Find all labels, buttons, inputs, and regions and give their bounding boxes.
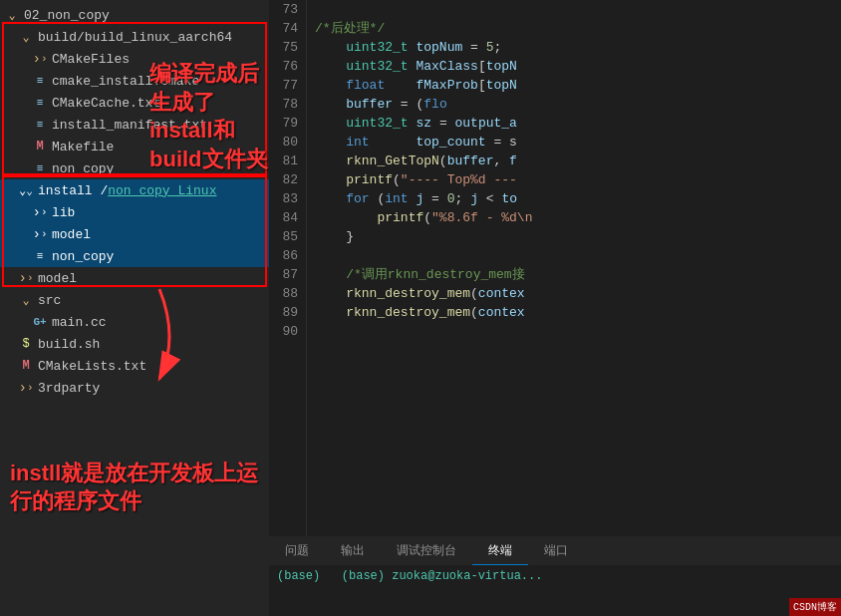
code-line-81: rknn_GetTopN(buffer, f bbox=[315, 152, 841, 170]
code-editor: 73 74 75 76 77 78 79 80 81 82 83 84 85 8… bbox=[269, 0, 841, 616]
code-line-76: uint32_t MaxClass[topN bbox=[315, 57, 841, 76]
code-line-82: printf("---- Top%d --- bbox=[315, 170, 841, 189]
code-line-83: for (int j = 0; j < to bbox=[315, 189, 841, 208]
tree-item-cmakefiles[interactable]: › CMakeFiles bbox=[0, 48, 269, 70]
line-numbers: 73 74 75 76 77 78 79 80 81 82 83 84 85 8… bbox=[269, 0, 307, 536]
tree-item-model-outer[interactable]: › model bbox=[0, 267, 269, 289]
line-num: 86 bbox=[269, 246, 298, 265]
code-line-86 bbox=[315, 246, 841, 265]
tree-item-build-sh[interactable]: $ build.sh bbox=[0, 333, 269, 355]
tree-item-cmakecache[interactable]: ≡ CMakeCache.txt bbox=[0, 92, 269, 114]
terminal-prompt: (base) bbox=[277, 569, 335, 583]
chevron-down-icon bbox=[18, 292, 34, 308]
file-icon: G+ bbox=[32, 314, 48, 330]
chevron-right-icon: › bbox=[32, 204, 48, 220]
tree-label: lib bbox=[52, 205, 75, 220]
tree-item-makefile[interactable]: M Makefile bbox=[0, 136, 269, 157]
tree-item-cmake-install[interactable]: ≡ cmake_install.cmake bbox=[0, 70, 269, 92]
tree-label: install_manifest.txt bbox=[52, 118, 207, 133]
line-num: 81 bbox=[269, 152, 298, 170]
line-num: 77 bbox=[269, 76, 298, 95]
line-num: 88 bbox=[269, 284, 298, 303]
code-line-74: /*后处理*/ bbox=[315, 19, 841, 38]
tree-label: cmake_install.cmake bbox=[52, 74, 199, 89]
tree-label: CMakeFiles bbox=[52, 52, 130, 67]
file-icon: M bbox=[32, 139, 48, 154]
tree-item-main-cc[interactable]: G+ main.cc bbox=[0, 311, 269, 333]
file-icon: ≡ bbox=[32, 160, 48, 176]
line-num: 85 bbox=[269, 227, 298, 246]
line-num: 87 bbox=[269, 265, 298, 284]
code-content[interactable]: /*后处理*/ uint32_t topNum = 5; uint32_t Ma… bbox=[307, 0, 841, 536]
file-icon: ≡ bbox=[32, 248, 48, 264]
bottom-panel: 问题 输出 调试控制台 终端 端口 (base) (base) zuoka@zu… bbox=[269, 536, 841, 616]
code-line-78: buffer = (flo bbox=[315, 95, 841, 114]
chevron-right-icon: › bbox=[32, 226, 48, 242]
code-line-75: uint32_t topNum = 5; bbox=[315, 38, 841, 57]
tree-item-install-manifest[interactable]: ≡ install_manifest.txt bbox=[0, 114, 269, 136]
line-num: 83 bbox=[269, 189, 298, 208]
tree-item-build[interactable]: build/build_linux_aarch64 bbox=[0, 26, 269, 48]
code-area: 73 74 75 76 77 78 79 80 81 82 83 84 85 8… bbox=[269, 0, 841, 536]
tree-label: build.sh bbox=[38, 337, 100, 352]
line-num: 90 bbox=[269, 322, 298, 341]
code-line-88: rknn_destroy_mem(contex bbox=[315, 284, 841, 303]
tree-item-src[interactable]: src bbox=[0, 289, 269, 311]
line-num: 89 bbox=[269, 303, 298, 322]
chevron-down-icon bbox=[18, 29, 34, 45]
tree-item-cmakelists[interactable]: M CMakeLists.txt bbox=[0, 355, 269, 377]
code-line-90 bbox=[315, 322, 841, 341]
file-icon: M bbox=[18, 358, 34, 374]
code-line-85: } bbox=[315, 227, 841, 246]
line-num: 75 bbox=[269, 38, 298, 57]
code-line-87: /*调用rknn_destroy_mem接 bbox=[315, 265, 841, 284]
line-num: 73 bbox=[269, 0, 298, 19]
terminal-content: (base) (base) zuoka@zuoka-virtua... bbox=[269, 565, 841, 616]
tree-label: non_copy bbox=[52, 249, 114, 264]
tree-item-02-non-copy[interactable]: 02_non_copy bbox=[0, 4, 269, 26]
csdn-watermark: CSDN博客 bbox=[789, 598, 841, 616]
tree-label: 3rdparty bbox=[38, 381, 100, 396]
tree-label: model bbox=[38, 271, 77, 286]
file-icon: ≡ bbox=[32, 73, 48, 89]
chevron-right-icon: › bbox=[18, 270, 34, 286]
tab-debug[interactable]: 调试控制台 bbox=[381, 537, 472, 565]
code-line-80: int top_count = s bbox=[315, 133, 841, 152]
tab-ports[interactable]: 端口 bbox=[528, 537, 584, 565]
panel-tabs: 问题 输出 调试控制台 终端 端口 bbox=[269, 537, 841, 565]
tree-item-lib[interactable]: › lib bbox=[0, 201, 269, 223]
file-explorer: 02_non_copy build/build_linux_aarch64 › … bbox=[0, 0, 269, 616]
tree-label: CMakeLists.txt bbox=[38, 359, 146, 374]
tree-label: install / bbox=[38, 183, 108, 198]
tab-output[interactable]: 输出 bbox=[325, 537, 381, 565]
tree-item-install[interactable]: ⌄ install /non_copy_Linux bbox=[0, 179, 269, 201]
code-line-89: rknn_destroy_mem(contex bbox=[315, 303, 841, 322]
code-line-79: uint32_t sz = output_a bbox=[315, 114, 841, 133]
line-num: 78 bbox=[269, 95, 298, 114]
file-icon: ≡ bbox=[32, 117, 48, 133]
line-num: 74 bbox=[269, 19, 298, 38]
tree-item-non-copy-2[interactable]: ≡ non_copy bbox=[0, 245, 269, 267]
line-num: 76 bbox=[269, 57, 298, 76]
tree-label: model bbox=[52, 227, 91, 242]
tree-item-model-inner[interactable]: › model bbox=[0, 223, 269, 245]
tree-label: 02_non_copy bbox=[24, 8, 110, 23]
tree-label: build/build_linux_aarch64 bbox=[38, 30, 232, 45]
tab-problems[interactable]: 问题 bbox=[269, 537, 325, 565]
file-icon: ≡ bbox=[32, 95, 48, 111]
code-line-77: float fMaxProb[topN bbox=[315, 76, 841, 95]
tree-label: src bbox=[38, 293, 61, 308]
tree-label: Makefile bbox=[52, 140, 114, 154]
line-num: 82 bbox=[269, 170, 298, 189]
tree-item-3rdparty[interactable]: › 3rdparty bbox=[0, 377, 269, 399]
terminal-user: (base) zuoka@zuoka-virtua... bbox=[342, 569, 543, 583]
code-line-84: printf("%8.6f - %d\n bbox=[315, 208, 841, 227]
tree-item-non-copy-1[interactable]: ≡ non_copy bbox=[0, 157, 269, 179]
tree-label: main.cc bbox=[52, 315, 107, 330]
chevron-down-icon: ⌄ bbox=[18, 182, 34, 198]
line-num: 84 bbox=[269, 208, 298, 227]
line-num: 80 bbox=[269, 133, 298, 152]
tree-label-link: non_copy_Linux bbox=[108, 183, 216, 198]
tree-label: non_copy bbox=[52, 161, 114, 176]
tab-terminal[interactable]: 终端 bbox=[472, 537, 528, 565]
